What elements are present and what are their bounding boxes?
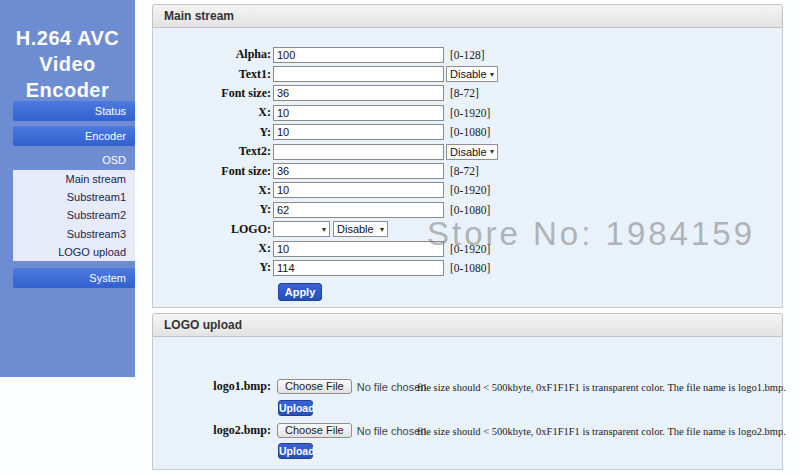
form-row-font-size1: Font size: [8-72] xyxy=(153,84,782,103)
x3-input[interactable] xyxy=(273,241,444,257)
x2-range-hint: [0-1920] xyxy=(450,184,490,196)
form-row-text1: Text1: Disable ▾ xyxy=(153,64,782,83)
osd-submenu: Main stream Substream1 Substream2 Substr… xyxy=(13,170,135,261)
text1-label: Text1: xyxy=(153,67,271,82)
logo-upload-panel-title: LOGO upload xyxy=(152,313,783,337)
choose-file-button-logo2[interactable]: Choose File xyxy=(277,423,352,438)
x1-range-hint: [0-1920] xyxy=(450,107,490,119)
logo-upload-form: logo1.bmp: Choose File No file chosen fi… xyxy=(152,337,783,470)
text2-mode-value: Disable xyxy=(450,146,487,158)
font-size1-label: Font size: xyxy=(153,86,271,101)
text1-mode-select[interactable]: Disable ▾ xyxy=(446,66,498,82)
nav-button-status[interactable]: Status xyxy=(13,101,135,121)
x3-range-hint: [0-1920] xyxy=(450,243,490,255)
text2-mode-select[interactable]: Disable ▾ xyxy=(446,144,498,160)
app-title-line1: H.264 AVC xyxy=(0,25,135,51)
form-row-text2: Text2: Disable ▾ xyxy=(153,142,782,161)
y1-label: Y: xyxy=(153,125,271,140)
osd-section-label: OSD xyxy=(13,152,135,169)
y3-input[interactable] xyxy=(273,260,444,276)
form-row-font-size2: Font size: [8-72] xyxy=(153,161,782,180)
y3-label: Y: xyxy=(153,260,271,275)
y3-range-hint: [0-1080] xyxy=(450,262,490,274)
file-status-logo1: No file chosen xyxy=(357,381,427,393)
y1-input[interactable] xyxy=(273,124,444,140)
main-stream-panel-title: Main stream xyxy=(152,4,783,28)
upload-hint-logo2: file size should < 500kbyte, 0xF1F1F1 is… xyxy=(417,425,786,436)
logo1-row: logo1.bmp: Choose File No file chosen fi… xyxy=(153,379,782,394)
x3-label: X: xyxy=(153,241,271,256)
form-row-y1: Y: [0-1080] xyxy=(153,123,782,142)
form-row-y3: Y: [0-1080] xyxy=(153,258,782,277)
logo1-label: logo1.bmp: xyxy=(153,379,271,394)
logo-label: LOGO: xyxy=(153,222,271,237)
y1-range-hint: [0-1080] xyxy=(450,126,490,138)
apply-button[interactable]: Apply xyxy=(278,283,322,301)
sidebar-item-logo-upload[interactable]: LOGO upload xyxy=(13,243,135,261)
logo2-row: logo2.bmp: Choose File No file chosen fi… xyxy=(153,423,782,438)
logo-select[interactable]: ▾ xyxy=(273,221,330,237)
app-title: H.264 AVC Video Encoder xyxy=(0,25,135,103)
dropdown-arrow-icon: ▾ xyxy=(380,225,384,234)
form-row-y2: Y: [0-1080] xyxy=(153,200,782,219)
font-size2-input[interactable] xyxy=(273,163,444,179)
y2-range-hint: [0-1080] xyxy=(450,204,490,216)
form-row-x2: X: [0-1920] xyxy=(153,181,782,200)
form-row-x3: X: [0-1920] xyxy=(153,239,782,258)
sidebar-item-substream2[interactable]: Substream2 xyxy=(13,206,135,224)
x1-label: X: xyxy=(153,105,271,120)
main-stream-form: Alpha: [0-128] Text1: Disable ▾ Font siz… xyxy=(152,28,783,308)
font-size1-range-hint: [8-72] xyxy=(450,87,479,99)
nav-button-encoder[interactable]: Encoder xyxy=(13,126,135,146)
font-size2-label: Font size: xyxy=(153,164,271,179)
logo-mode-select[interactable]: Disable ▾ xyxy=(333,221,388,237)
font-size1-input[interactable] xyxy=(273,85,444,101)
text1-mode-value: Disable xyxy=(450,68,487,80)
sidebar-item-substream1[interactable]: Substream1 xyxy=(13,188,135,206)
x2-input[interactable] xyxy=(273,182,444,198)
choose-file-button-logo1[interactable]: Choose File xyxy=(277,379,352,394)
dropdown-arrow-icon: ▾ xyxy=(322,225,326,234)
logo-upload-panel: LOGO upload logo1.bmp: Choose File No fi… xyxy=(152,313,783,470)
alpha-range-hint: [0-128] xyxy=(450,49,485,61)
logo2-label: logo2.bmp: xyxy=(153,423,271,438)
logo-mode-value: Disable xyxy=(337,223,374,235)
dropdown-arrow-icon: ▾ xyxy=(490,70,494,79)
form-row-alpha: Alpha: [0-128] xyxy=(153,45,782,64)
font-size2-range-hint: [8-72] xyxy=(450,165,479,177)
main-stream-panel: Main stream Alpha: [0-128] Text1: Disabl… xyxy=(152,4,783,308)
upload-hint-logo1: file size should < 500kbyte, 0xF1F1F1 is… xyxy=(417,381,786,392)
upload-button-logo2[interactable]: Upload xyxy=(278,443,313,459)
x2-label: X: xyxy=(153,183,271,198)
file-status-logo2: No file chosen xyxy=(357,425,427,437)
nav-button-system[interactable]: System xyxy=(13,268,135,288)
sidebar-item-substream3[interactable]: Substream3 xyxy=(13,225,135,243)
form-row-x1: X: [0-1920] xyxy=(153,103,782,122)
text2-input[interactable] xyxy=(273,144,444,160)
form-row-logo: LOGO: ▾ Disable ▾ xyxy=(153,220,782,239)
sidebar: H.264 AVC Video Encoder Status Encoder O… xyxy=(0,0,135,377)
alpha-input[interactable] xyxy=(273,47,444,63)
text1-input[interactable] xyxy=(273,66,444,82)
x1-input[interactable] xyxy=(273,105,444,121)
upload-button-logo1[interactable]: Upload xyxy=(278,400,313,416)
app-title-line2: Video Encoder xyxy=(0,51,135,103)
dropdown-arrow-icon: ▾ xyxy=(490,147,494,156)
y2-label: Y: xyxy=(153,202,271,217)
text2-label: Text2: xyxy=(153,144,271,159)
alpha-label: Alpha: xyxy=(153,47,271,62)
sidebar-item-main-stream[interactable]: Main stream xyxy=(13,170,135,188)
y2-input[interactable] xyxy=(273,202,444,218)
